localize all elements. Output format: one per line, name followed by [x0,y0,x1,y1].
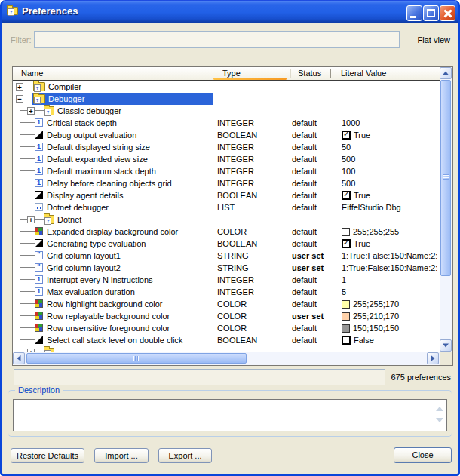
preference-row[interactable]: Select call stack level on double clickB… [13,334,440,346]
row-name: Default maximum stack depth [47,167,156,176]
expand-toggle-icon[interactable]: + [16,83,23,91]
column-header-type[interactable]: Type [222,69,241,78]
row-type: LIST [217,203,235,212]
row-status: default [292,131,317,140]
tree-folder-row[interactable]: +?Dotnet [13,213,440,226]
description-textarea[interactable] [13,399,447,431]
preference-row[interactable]: Debug output evaluationBOOLEANdefaultTru… [13,129,440,141]
column-header-literal-value[interactable]: Literal Value [341,69,386,78]
tree-connector [20,267,35,268]
row-literal-value: 1 [342,274,346,286]
preference-row[interactable]: Default expanded view sizeINTEGERdefault… [13,153,440,165]
preference-row[interactable]: Generating type evaluationBOOLEANdefault… [13,238,440,250]
folder-icon: ? [33,82,45,91]
column-header-status[interactable]: Status [298,69,321,78]
horizontal-scroll-thumb[interactable] [26,353,247,364]
preference-row[interactable]: Interrupt every N instructionsINTEGERdef… [13,274,440,286]
row-status: default [292,299,317,309]
column-header-name[interactable]: Name [21,69,43,78]
checkbox-icon[interactable] [342,131,351,140]
row-status: user set [292,263,324,272]
preference-row[interactable]: Dotnet debuggerLISTdefaultEiffelStudio D… [13,201,440,213]
restore-defaults-button[interactable]: Restore Defaults [11,448,84,463]
integer-icon [35,143,43,151]
minimize-button[interactable] [406,5,422,21]
preference-row[interactable]: Delay before cleaning objects gridINTEGE… [13,177,440,189]
row-name: Interrupt every N instructions [47,275,153,284]
row-type: BOOLEAN [217,239,257,248]
tree-folder-row[interactable]: +?Compiler [13,81,440,93]
preference-row[interactable]: Row highlight background colorCOLORdefau… [13,298,440,310]
boolean-icon [35,131,43,139]
collapse-toggle-icon[interactable]: − [16,95,23,103]
row-literal-value: 500 [342,177,355,189]
row-type: COLOR [217,324,247,333]
row-type: STRING [217,251,249,260]
preference-row[interactable]: Display agent detailsBOOLEANdefaultTrue [13,189,440,201]
title-bar[interactable]: ? Preferences [0,0,460,23]
tree-folder-row[interactable]: +? [13,346,440,352]
folder-icon: ? [44,215,54,224]
row-status: default [292,324,317,333]
row-type: COLOR [217,299,247,309]
vertical-scroll-thumb[interactable] [440,80,451,276]
row-status: default [292,118,317,127]
scroll-right-button[interactable] [427,352,439,364]
checkbox-icon[interactable] [342,239,351,248]
tree-connector [20,279,35,280]
row-literal-value: True [342,238,370,250]
maximize-button[interactable] [423,5,439,21]
preference-row[interactable]: Grid column layout2STRINGuser set1:True:… [13,262,440,274]
close-button[interactable]: Close [394,447,452,463]
horizontal-scrollbar[interactable] [13,352,440,365]
expand-toggle-icon[interactable]: + [27,107,35,115]
import-button[interactable]: Import ... [94,448,149,463]
minimize-icon [410,16,416,18]
preference-row[interactable]: Expanded display background colorCOLORde… [13,226,440,238]
boolean-icon [35,336,43,344]
scroll-left-button[interactable] [13,352,25,364]
row-name: Expanded display background color [47,227,178,236]
close-window-button[interactable] [440,5,455,21]
row-name: Debugger [48,94,84,103]
preference-row[interactable]: Grid column layout1STRINGuser set1:True:… [13,250,440,262]
checkbox-icon[interactable] [342,191,351,200]
tree-connector [20,110,27,111]
preference-row[interactable]: Default maximum stack depthINTEGERdefaul… [13,165,440,177]
preference-row[interactable]: Row replayable background colorCOLORuser… [13,310,440,322]
checkbox-icon[interactable] [342,336,351,345]
row-type: INTEGER [217,287,254,296]
preferences-grid: Name Type Status Literal Value +?Compile… [12,66,453,366]
preference-row[interactable]: Default displayed string sizeINTEGERdefa… [13,141,440,153]
preference-row[interactable]: Critical stack depthINTEGERdefault1000 [13,117,440,129]
tree-connector [20,231,35,232]
row-literal-value: 1:True:False:150:Name:2: [342,250,437,262]
export-button[interactable]: Export ... [158,448,212,463]
scroll-up-button[interactable] [440,67,452,79]
preference-row[interactable]: Max evaluation durationINTEGERdefault5 [13,286,440,298]
row-literal-value: False [342,334,374,346]
preference-row[interactable]: Row unsensitive foreground colorCOLORdef… [13,322,440,334]
tree-connector [20,327,35,328]
tree-connector [20,207,35,207]
tree-folder-row[interactable]: +?Classic debugger [13,105,440,117]
scroll-down-button[interactable] [440,339,452,352]
expand-toggle-icon[interactable]: + [27,349,35,352]
tree-connector [20,183,35,183]
scroll-left-icon [17,355,21,361]
vertical-scrollbar[interactable] [440,67,452,352]
filter-input[interactable] [34,31,400,48]
folder-icon: ? [33,94,45,103]
column-separator [290,69,291,78]
expand-toggle-icon[interactable]: + [27,216,35,223]
row-name: Compiler [48,82,81,91]
folder-icon: ? [44,106,54,115]
boolean-icon [35,191,43,199]
column-separator [213,69,213,78]
tree-connector [20,315,35,316]
flat-view-toggle[interactable]: Flat view [418,35,450,45]
tree-folder-row[interactable]: −?Debugger [13,93,440,105]
integer-icon [35,118,43,127]
tree-line [20,105,20,352]
row-name: Grid column layout1 [47,251,121,260]
